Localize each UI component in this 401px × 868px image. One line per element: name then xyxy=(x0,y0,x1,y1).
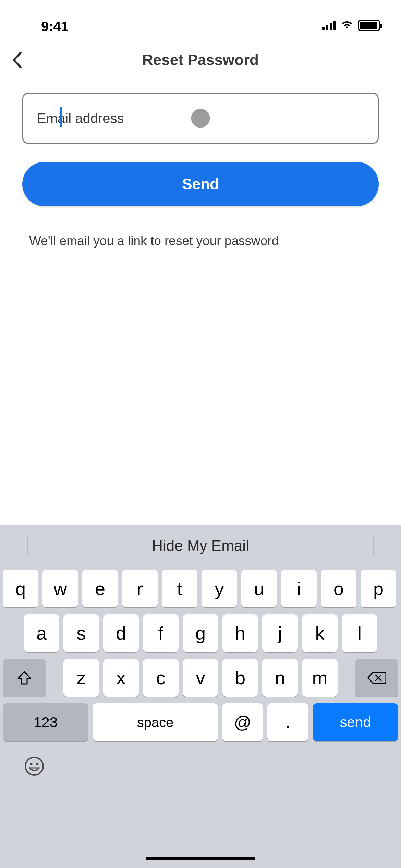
emoji-icon xyxy=(24,756,45,776)
space-key[interactable]: space xyxy=(93,703,218,741)
keyboard-footer xyxy=(0,741,401,793)
battery-icon xyxy=(358,20,380,31)
page-title: Reset Password xyxy=(142,51,259,69)
key-m[interactable]: m xyxy=(302,659,338,697)
key-o[interactable]: o xyxy=(321,570,356,607)
helper-text: We'll email you a link to reset your pas… xyxy=(22,234,379,248)
pointer-dot-icon xyxy=(191,109,210,128)
email-placeholder: Email address xyxy=(37,111,124,126)
suggestion-divider xyxy=(27,535,28,556)
key-d[interactable]: d xyxy=(103,614,139,652)
key-row-2: asdfghjkl xyxy=(3,614,398,652)
key-i[interactable]: i xyxy=(281,570,317,607)
status-indicators xyxy=(322,20,380,31)
keyboard: Hide My Email qwertyuiop asdfghjkl zxcvb… xyxy=(0,525,401,868)
key-row-bottom: 123 space @ . send xyxy=(0,703,401,741)
key-g[interactable]: g xyxy=(183,614,218,652)
key-k[interactable]: k xyxy=(302,614,338,652)
suggestion-bar: Hide My Email xyxy=(0,525,401,566)
back-button[interactable] xyxy=(7,48,27,72)
key-v[interactable]: v xyxy=(183,659,218,697)
key-q[interactable]: q xyxy=(3,570,38,607)
cellular-signal-icon xyxy=(322,21,336,30)
at-key[interactable]: @ xyxy=(222,703,263,741)
key-a[interactable]: a xyxy=(24,614,59,652)
backspace-key[interactable] xyxy=(355,659,398,697)
shift-icon xyxy=(17,670,32,685)
send-button[interactable]: Send xyxy=(22,162,379,206)
key-t[interactable]: t xyxy=(162,570,197,607)
key-u[interactable]: u xyxy=(241,570,277,607)
svg-point-0 xyxy=(25,757,43,775)
key-j[interactable]: j xyxy=(262,614,298,652)
svg-point-2 xyxy=(36,763,39,765)
shift-key[interactable] xyxy=(3,659,46,697)
dot-key[interactable]: . xyxy=(267,703,308,741)
text-cursor xyxy=(60,107,62,127)
key-s[interactable]: s xyxy=(63,614,99,652)
form-area: Email address Send We'll email you a lin… xyxy=(0,79,401,248)
key-e[interactable]: e xyxy=(82,570,118,607)
nav-header: Reset Password xyxy=(0,41,401,79)
suggestion-hide-my-email[interactable]: Hide My Email xyxy=(152,537,249,554)
key-rows: qwertyuiop asdfghjkl zxcvbnm xyxy=(0,566,401,697)
svg-point-1 xyxy=(30,763,33,765)
key-row-3: zxcvbnm xyxy=(3,659,398,697)
key-c[interactable]: c xyxy=(143,659,179,697)
chevron-left-icon xyxy=(10,51,24,69)
key-b[interactable]: b xyxy=(222,659,258,697)
key-x[interactable]: x xyxy=(103,659,139,697)
key-z[interactable]: z xyxy=(63,659,99,697)
numbers-key[interactable]: 123 xyxy=(3,703,88,741)
email-field[interactable]: Email address xyxy=(22,93,379,144)
backspace-icon xyxy=(367,671,386,685)
emoji-button[interactable] xyxy=(24,756,45,778)
keyboard-send-key[interactable]: send xyxy=(313,703,398,741)
key-r[interactable]: r xyxy=(122,570,158,607)
status-time: 9:41 xyxy=(41,19,69,34)
key-f[interactable]: f xyxy=(143,614,179,652)
wifi-icon xyxy=(341,21,353,30)
key-h[interactable]: h xyxy=(222,614,258,652)
key-w[interactable]: w xyxy=(42,570,78,607)
key-row-1: qwertyuiop xyxy=(3,570,398,607)
key-n[interactable]: n xyxy=(262,659,298,697)
home-indicator[interactable] xyxy=(146,857,255,860)
key-y[interactable]: y xyxy=(202,570,237,607)
key-p[interactable]: p xyxy=(361,570,396,607)
send-button-label: Send xyxy=(182,176,219,193)
status-bar: 9:41 xyxy=(0,0,401,41)
suggestion-divider xyxy=(373,535,374,556)
key-l[interactable]: l xyxy=(342,614,377,652)
